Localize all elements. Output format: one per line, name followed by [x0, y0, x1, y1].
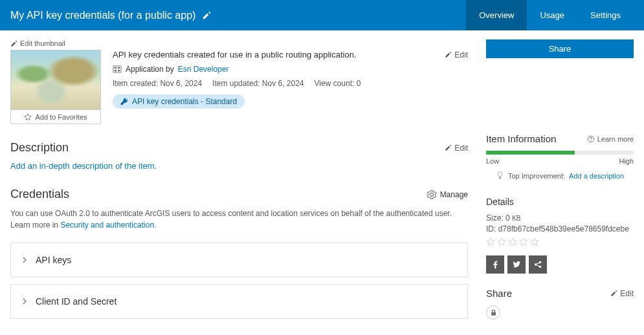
credential-type-badge: API key credentials - Standard — [113, 94, 245, 109]
svg-rect-4 — [118, 70, 120, 72]
item-info-title: Item Information — [486, 133, 556, 144]
private-share-badge — [486, 305, 500, 319]
share-button[interactable]: Share — [486, 39, 634, 58]
app-by-label: Application by — [126, 65, 174, 74]
edit-title-icon[interactable] — [202, 11, 211, 20]
app-header: My API key credentials (for a public app… — [0, 0, 644, 30]
credentials-section: Credentials Manage You can use OAuth 2.0… — [10, 188, 468, 319]
star-icon[interactable] — [519, 237, 528, 246]
edit-thumbnail-link[interactable]: Edit thumbnail — [10, 39, 468, 47]
star-icon[interactable] — [508, 237, 517, 246]
nav-tabs: Overview Usage Settings — [466, 0, 634, 30]
thumbnail-image[interactable] — [10, 50, 101, 110]
info-column: API key credentials created for use in a… — [113, 50, 468, 109]
svg-rect-3 — [115, 70, 117, 72]
twitter-button[interactable] — [507, 255, 526, 274]
share-link-button[interactable] — [529, 255, 547, 274]
left-column: Edit thumbnail Add to Favorites API key … — [10, 39, 468, 325]
description-title: Description — [10, 141, 69, 155]
rating-stars — [486, 237, 634, 246]
add-description-link[interactable]: Add an in-depth description of the item. — [10, 161, 468, 171]
top-improvement-tip: Top Improvement: Add a description — [486, 171, 634, 180]
updated-meta: Item updated: Nov 6, 2024 — [212, 79, 304, 88]
details-title: Details — [486, 197, 634, 207]
share-section: Share Edit — [486, 288, 634, 319]
thumbnail-column: Add to Favorites — [10, 50, 101, 124]
author-link[interactable]: Esri Developer — [178, 65, 229, 74]
progress-fill — [486, 151, 575, 155]
completeness-progress — [486, 151, 634, 155]
edit-summary-link[interactable]: Edit — [445, 50, 468, 59]
application-by: Application by Esri Developer — [113, 65, 468, 74]
key-icon — [120, 98, 128, 105]
star-icon[interactable] — [497, 237, 506, 246]
meta-row: Item created: Nov 6, 2024 Item updated: … — [113, 79, 468, 88]
edit-thumbnail-label: Edit thumbnail — [20, 39, 65, 47]
badge-label: API key credentials - Standard — [132, 97, 237, 106]
edit-share-link[interactable]: Edit — [610, 289, 634, 298]
social-buttons — [486, 255, 634, 274]
tab-overview[interactable]: Overview — [466, 0, 527, 30]
lightbulb-icon — [496, 171, 504, 180]
gear-icon — [427, 190, 436, 199]
chevron-right-icon — [21, 298, 28, 305]
accordion-api-keys[interactable]: API keys — [10, 243, 468, 277]
svg-point-6 — [535, 263, 537, 266]
page-title: My API key credentials (for a public app… — [10, 10, 466, 21]
low-label: Low — [486, 157, 499, 165]
tab-settings[interactable]: Settings — [577, 0, 634, 30]
title-text: My API key credentials (for a public app… — [10, 10, 195, 21]
chevron-right-icon — [21, 257, 28, 263]
learn-more-link[interactable]: Learn more — [587, 135, 634, 143]
size-detail: Size: 0 KB — [486, 213, 634, 222]
add-description-tip-link[interactable]: Add a description — [569, 172, 624, 180]
svg-rect-0 — [113, 66, 121, 73]
star-icon[interactable] — [530, 237, 539, 246]
share-title: Share — [486, 288, 512, 299]
star-icon[interactable] — [486, 237, 495, 246]
edit-description-link[interactable]: Edit — [445, 144, 468, 153]
main-content: Edit thumbnail Add to Favorites API key … — [0, 30, 644, 334]
facebook-button[interactable] — [486, 255, 504, 274]
tab-usage[interactable]: Usage — [527, 0, 577, 30]
created-meta: Item created: Nov 6, 2024 — [113, 79, 202, 88]
svg-point-8 — [539, 266, 542, 268]
lock-icon — [490, 309, 497, 316]
accordion-label: Client ID and Secret — [36, 296, 117, 307]
thumbnail-block: Add to Favorites API key credentials cre… — [10, 50, 468, 124]
high-label: High — [619, 157, 634, 165]
credentials-description: You can use OAuth 2.0 to authenticate Ar… — [10, 208, 468, 231]
add-to-favorites-button[interactable]: Add to Favorites — [10, 110, 101, 124]
summary-text: API key credentials created for use in a… — [113, 50, 357, 59]
accordion-label: API keys — [36, 255, 71, 265]
details-section: Details Size: 0 KB ID: d78fb67cbef548b39… — [486, 197, 634, 274]
security-auth-link[interactable]: Security and authentication — [60, 221, 154, 230]
credentials-title: Credentials — [10, 188, 69, 201]
svg-point-7 — [539, 261, 542, 264]
app-icon — [113, 65, 122, 74]
svg-rect-2 — [118, 67, 120, 69]
tip-label: Top Improvement: — [508, 172, 565, 180]
accordion-client-id-secret[interactable]: Client ID and Secret — [10, 284, 468, 319]
description-section: Description Edit Add an in-depth descrip… — [10, 141, 468, 171]
viewcount-meta: View count: 0 — [315, 79, 361, 88]
id-detail: ID: d78fb67cbef548b39ee5e78659fdcebe — [486, 224, 634, 233]
svg-rect-1 — [115, 67, 117, 69]
item-information-section: Item Information Learn more Low High — [486, 133, 634, 180]
question-icon — [587, 135, 595, 143]
favorites-label: Add to Favorites — [35, 113, 87, 121]
right-column: Share Item Information Learn more Low Hi… — [486, 39, 634, 325]
manage-credentials-link[interactable]: Manage — [427, 190, 468, 199]
